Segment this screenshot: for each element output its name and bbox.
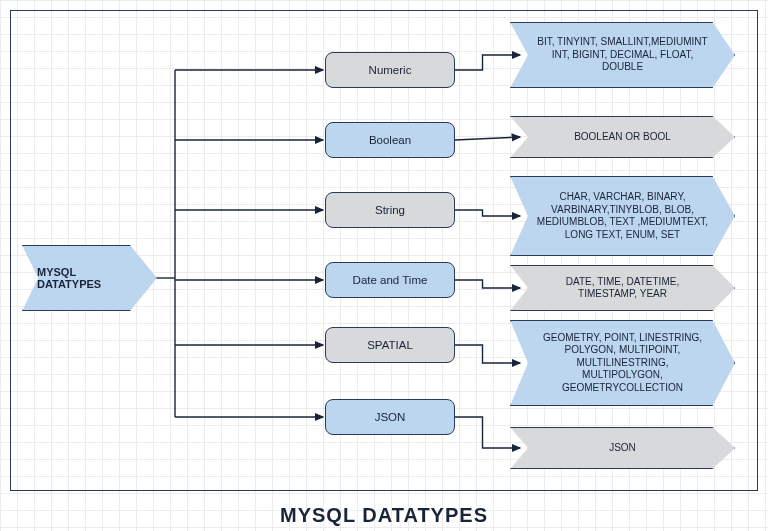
detail-string: CHAR, VARCHAR, BINARY, VARBINARY,TINYBLO… (510, 176, 735, 256)
detail-boolean: BOOLEAN OR BOOL (510, 116, 735, 158)
detail-numeric: BIT, TINYINT, SMALLINT,MEDIUMINT INT, BI… (510, 22, 735, 88)
detail-text: GEOMETRY, POINT, LINESTRING, POLYGON, MU… (535, 332, 710, 395)
detail-text: CHAR, VARCHAR, BINARY, VARBINARY,TINYBLO… (535, 191, 710, 241)
category-boolean: Boolean (325, 122, 455, 158)
diagram-title: MYSQL DATATYPES (0, 504, 768, 527)
category-label: JSON (375, 411, 406, 423)
diagram-stage: MYSQL DATATYPES NumericBIT, TINYINT, SMA… (0, 0, 768, 531)
category-string: String (325, 192, 455, 228)
category-spatial: SPATIAL (325, 327, 455, 363)
detail-text: BIT, TINYINT, SMALLINT,MEDIUMINT INT, BI… (535, 36, 710, 74)
category-label: Numeric (369, 64, 412, 76)
detail-text: DATE, TIME, DATETIME, TIMESTAMP, YEAR (535, 276, 710, 301)
category-datetime: Date and Time (325, 262, 455, 298)
root-node: MYSQL DATATYPES (22, 245, 157, 311)
detail-text: BOOLEAN OR BOOL (574, 131, 671, 144)
category-label: Date and Time (353, 274, 428, 286)
detail-datetime: DATE, TIME, DATETIME, TIMESTAMP, YEAR (510, 265, 735, 311)
category-label: String (375, 204, 405, 216)
detail-spatial: GEOMETRY, POINT, LINESTRING, POLYGON, MU… (510, 320, 735, 406)
detail-json: JSON (510, 427, 735, 469)
detail-text: JSON (609, 442, 636, 455)
category-label: Boolean (369, 134, 411, 146)
root-label: MYSQL DATATYPES (37, 266, 142, 290)
svg-line-4 (455, 137, 520, 140)
category-json: JSON (325, 399, 455, 435)
category-numeric: Numeric (325, 52, 455, 88)
category-label: SPATIAL (367, 339, 413, 351)
